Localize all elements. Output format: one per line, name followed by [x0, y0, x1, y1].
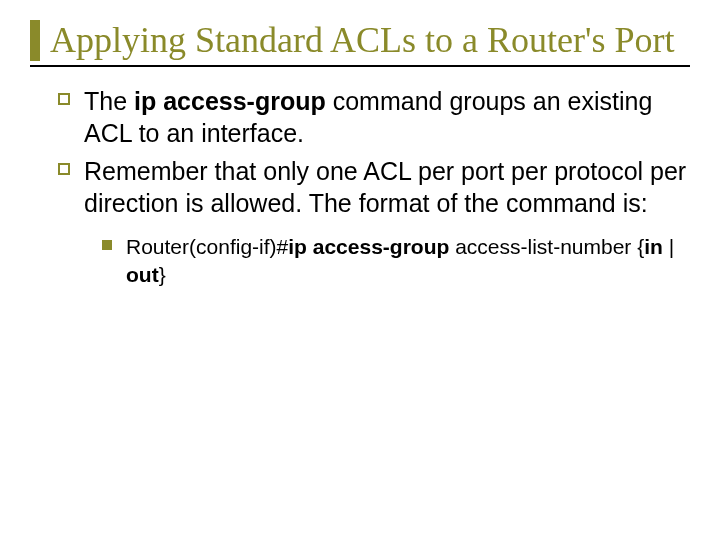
list-item: The ip access-group command groups an ex… [58, 85, 690, 149]
slide-title: Applying Standard ACLs to a Router's Por… [50, 20, 674, 61]
text-segment: | [663, 235, 674, 258]
bullet-text: Remember that only one ACL per port per … [84, 155, 690, 219]
title-accent-bar [30, 20, 40, 61]
title-block: Applying Standard ACLs to a Router's Por… [30, 20, 690, 67]
bullet-text: The ip access-group command groups an ex… [84, 85, 690, 149]
text-segment: access-list-number { [449, 235, 644, 258]
text-segment-bold: out [126, 263, 159, 286]
text-segment-bold: ip access-group [288, 235, 449, 258]
sub-bullet-list: Router(config-if)#ip access-group access… [30, 233, 690, 288]
list-item: Router(config-if)#ip access-group access… [102, 233, 690, 288]
text-segment: } [159, 263, 166, 286]
square-outline-icon [58, 93, 70, 105]
square-filled-icon [102, 240, 112, 250]
text-segment-bold: ip access-group [134, 87, 326, 115]
list-item: Remember that only one ACL per port per … [58, 155, 690, 219]
sub-bullet-text: Router(config-if)#ip access-group access… [126, 233, 690, 288]
text-segment: The [84, 87, 134, 115]
bullet-list: The ip access-group command groups an ex… [30, 85, 690, 219]
text-segment-bold: in [644, 235, 663, 258]
text-segment: Router(config-if)# [126, 235, 288, 258]
square-outline-icon [58, 163, 70, 175]
